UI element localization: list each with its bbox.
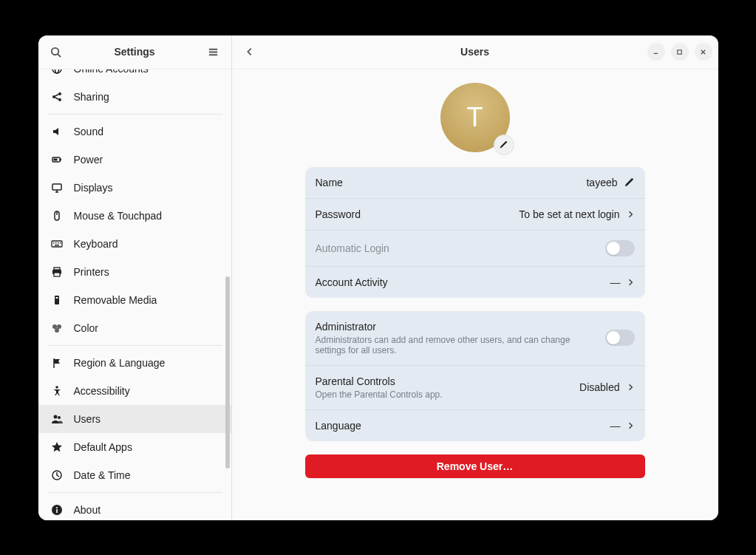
sidebar-item-label: Mouse & Touchpad (74, 210, 163, 222)
automatic-login-switch[interactable] (605, 240, 635, 256)
password-label: Password (316, 208, 361, 220)
account-activity-value: — (610, 276, 620, 288)
parental-controls-row[interactable]: Parental Controls Open the Parental Cont… (305, 366, 645, 410)
sidebar-item-label: Displays (74, 182, 113, 194)
account-activity-label: Account Activity (316, 276, 388, 288)
removable-media-icon (50, 293, 64, 307)
svg-rect-13 (60, 158, 61, 160)
edit-avatar-button[interactable] (494, 135, 514, 155)
sidebar-item-power[interactable]: Power (38, 146, 231, 174)
automatic-login-label: Automatic Login (316, 242, 389, 254)
search-button[interactable] (44, 40, 68, 64)
chevron-right-icon (626, 210, 635, 219)
users-icon (50, 412, 64, 426)
administrator-label: Administrator (316, 321, 598, 333)
svg-rect-43 (678, 50, 681, 53)
sidebar-item-mouse[interactable]: Mouse & Touchpad (38, 202, 231, 230)
main-title: Users (232, 46, 718, 58)
svg-point-36 (53, 415, 57, 418)
sidebar-item-users[interactable]: Users (38, 405, 231, 433)
chevron-right-icon (626, 383, 635, 392)
language-row[interactable]: Language — (305, 410, 645, 441)
minimize-button[interactable] (647, 43, 665, 61)
window-controls (647, 43, 712, 61)
sidebar-list[interactable]: Online Accounts Sharing Sound Power (38, 69, 231, 520)
svg-rect-22 (55, 242, 57, 244)
svg-line-11 (55, 98, 58, 100)
svg-rect-30 (55, 297, 58, 299)
svg-rect-20 (52, 241, 62, 247)
online-accounts-icon (50, 69, 64, 75)
settings-window: Settings Online Accounts Sharing Sound (38, 35, 718, 520)
sidebar-item-sound[interactable]: Sound (38, 118, 231, 146)
sidebar-item-label: Sound (74, 126, 103, 137)
sidebar-item-keyboard[interactable]: Keyboard (38, 230, 231, 258)
sidebar-title: Settings (68, 46, 202, 58)
power-icon (50, 153, 64, 166)
name-row[interactable]: Name tayeeb (305, 167, 645, 199)
sidebar-item-label: Accessibility (74, 385, 130, 397)
sidebar-scrollbar[interactable] (225, 276, 230, 469)
svg-point-32 (57, 324, 61, 329)
account-activity-row[interactable]: Account Activity — (305, 267, 645, 298)
automatic-login-row: Automatic Login (305, 231, 645, 267)
menu-button[interactable] (202, 40, 225, 64)
sidebar-item-label: About (74, 504, 101, 516)
sidebar-item-label: Date & Time (74, 469, 131, 481)
sidebar-item-label: Default Apps (74, 441, 132, 453)
chevron-right-icon (626, 421, 635, 430)
info-icon (50, 503, 64, 517)
svg-rect-23 (58, 242, 59, 244)
sidebar-item-date-time[interactable]: Date & Time (38, 461, 231, 489)
sidebar-item-online-accounts[interactable]: Online Accounts (38, 69, 231, 83)
svg-rect-41 (56, 509, 58, 513)
svg-line-10 (55, 94, 58, 96)
sound-icon (50, 125, 64, 138)
sidebar-item-color[interactable]: Color (38, 314, 231, 342)
sidebar-item-accessibility[interactable]: Accessibility (38, 377, 231, 405)
svg-rect-28 (54, 273, 60, 276)
sidebar-item-label: Removable Media (74, 294, 157, 306)
sidebar-item-printers[interactable]: Printers (38, 258, 231, 286)
close-icon (700, 49, 706, 55)
close-button[interactable] (695, 43, 712, 61)
sidebar: Settings Online Accounts Sharing Sound (38, 35, 232, 520)
svg-point-9 (58, 98, 61, 101)
remove-user-button[interactable]: Remove User… (305, 454, 645, 478)
sidebar-item-displays[interactable]: Displays (38, 174, 231, 202)
color-icon (50, 321, 64, 335)
sidebar-item-label: Online Accounts (74, 69, 149, 75)
svg-rect-14 (53, 158, 57, 160)
svg-point-35 (55, 386, 58, 389)
administrator-switch[interactable] (605, 330, 635, 346)
sidebar-separator (47, 345, 222, 346)
svg-point-40 (56, 507, 58, 508)
hamburger-icon (208, 47, 219, 58)
svg-rect-21 (53, 242, 55, 244)
sidebar-item-region-language[interactable]: Region & Language (38, 349, 231, 377)
svg-point-8 (58, 92, 61, 95)
back-button[interactable] (238, 40, 262, 64)
keyboard-icon (50, 237, 64, 251)
svg-rect-24 (60, 242, 61, 244)
svg-rect-25 (55, 245, 59, 246)
sidebar-item-about[interactable]: About (38, 496, 231, 520)
sidebar-item-default-apps[interactable]: Default Apps (38, 433, 231, 461)
share-icon (50, 90, 64, 103)
sidebar-separator (47, 492, 222, 493)
parental-controls-value: Disabled (579, 381, 619, 393)
main-content: T Name tayeeb Password (232, 69, 718, 520)
sidebar-item-removable-media[interactable]: Removable Media (38, 286, 231, 314)
password-row[interactable]: Password To be set at next login (305, 199, 645, 231)
sidebar-item-sharing[interactable]: Sharing (38, 83, 231, 111)
pencil-icon (499, 140, 508, 149)
mouse-icon (50, 209, 64, 222)
name-value: tayeeb (586, 177, 617, 188)
svg-point-6 (55, 69, 58, 73)
svg-rect-29 (55, 296, 59, 304)
sidebar-item-label: Sharing (74, 91, 109, 103)
maximize-button[interactable] (671, 43, 689, 61)
avatar-wrap: T (440, 83, 510, 152)
avatar-initial: T (467, 102, 483, 133)
administrator-row: Administrator Administrators can add and… (305, 311, 645, 366)
